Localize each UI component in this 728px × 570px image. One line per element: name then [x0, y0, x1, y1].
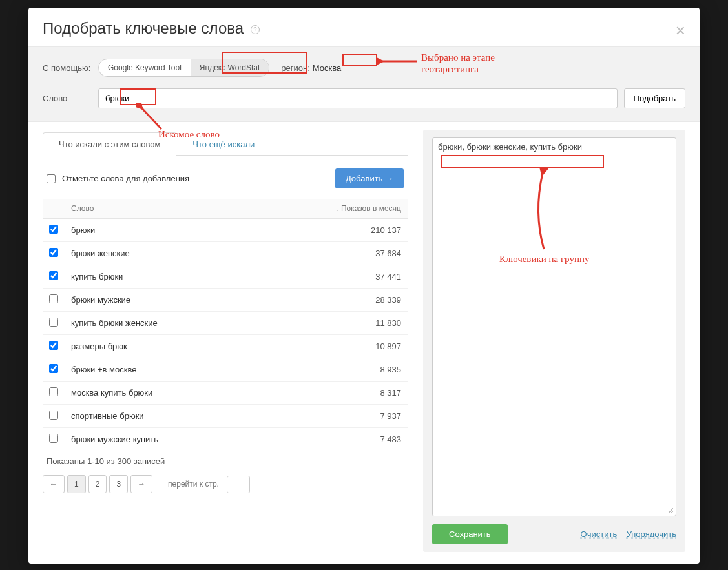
- keyword-modal: Подобрать ключевые слова ? × С помощью: …: [28, 8, 700, 564]
- save-button[interactable]: Сохранить: [432, 524, 508, 544]
- pager-page-2[interactable]: 2: [88, 475, 107, 493]
- table-row: купить брюки женские11 830: [43, 312, 408, 335]
- pager-page-3[interactable]: 3: [109, 475, 128, 493]
- row-word: размеры брюк: [65, 335, 256, 358]
- row-checkbox[interactable]: [49, 271, 58, 280]
- select-hint: Отметьте слова для добавления: [62, 174, 189, 183]
- region-value: Москва: [313, 63, 341, 73]
- row-checkbox[interactable]: [49, 318, 58, 327]
- pager-row: ← 1 2 3 → перейти к стр.: [43, 466, 408, 493]
- resize-handle-icon[interactable]: [667, 507, 673, 513]
- row-checkbox[interactable]: [49, 387, 58, 396]
- top-section: С помощью: Google Keyword Tool Яндекс Wo…: [28, 46, 700, 122]
- select-all-checkbox[interactable]: [47, 174, 56, 183]
- row-word: брюки +в москве: [65, 358, 256, 382]
- col-impressions[interactable]: ↓ Показов в месяц: [256, 199, 408, 219]
- table-row: купить брюки37 441: [43, 265, 408, 289]
- row-word: купить брюки женские: [65, 312, 256, 335]
- row-impressions: 8 935: [256, 358, 408, 382]
- keywords-text: брюки, брюки женские, купить брюки: [438, 142, 582, 152]
- table-row: москва купить брюки8 317: [43, 382, 408, 405]
- row-word: брюки: [65, 219, 256, 242]
- add-row: Отметьте слова для добавления Добавить →: [43, 156, 408, 199]
- tool-yandex[interactable]: Яндекс WordStat: [191, 59, 269, 76]
- word-input[interactable]: [98, 88, 618, 108]
- with-label: С помощью:: [43, 63, 98, 73]
- goto-label: перейти к стр.: [168, 480, 219, 489]
- row-checkbox[interactable]: [49, 434, 58, 443]
- row-impressions: 37 684: [256, 242, 408, 265]
- row-impressions: 28 339: [256, 289, 408, 312]
- help-icon[interactable]: ?: [251, 25, 260, 34]
- region-label: регион:: [281, 63, 309, 73]
- table-row: размеры брюк10 897: [43, 335, 408, 358]
- row-impressions: 7 937: [256, 405, 408, 428]
- row-checkbox[interactable]: [49, 294, 58, 303]
- row-impressions: 11 830: [256, 312, 408, 335]
- pager-page-1[interactable]: 1: [67, 475, 86, 493]
- tool-toggle: Google Keyword Tool Яндекс WordStat: [98, 59, 269, 77]
- pick-button[interactable]: Подобрать: [624, 88, 685, 108]
- right-column: брюки, брюки женские, купить брюки Сохра…: [423, 130, 685, 552]
- row-word: брюки мужские: [65, 289, 256, 312]
- tabs: Что искали с этим словом Что ещё искали: [43, 132, 408, 156]
- records-summary: Показаны 1-10 из 300 записей: [43, 451, 408, 466]
- row-checkbox[interactable]: [49, 248, 58, 257]
- pager: ← 1 2 3 →: [43, 475, 152, 493]
- order-link[interactable]: Упорядочить: [627, 529, 676, 539]
- word-label: Слово: [43, 94, 98, 103]
- row-impressions: 210 137: [256, 219, 408, 242]
- col-word[interactable]: Слово: [65, 199, 256, 219]
- results-table: Слово ↓ Показов в месяц брюки210 137брюк…: [43, 199, 408, 451]
- row-impressions: 37 441: [256, 265, 408, 289]
- row-word: москва купить брюки: [65, 382, 256, 405]
- table-row: брюки +в москве8 935: [43, 358, 408, 382]
- goto-input[interactable]: [227, 476, 250, 493]
- word-row: Слово Подобрать: [43, 88, 685, 108]
- add-row-left: Отметьте слова для добавления: [47, 174, 189, 183]
- row-checkbox[interactable]: [49, 411, 58, 420]
- keywords-area[interactable]: брюки, брюки женские, купить брюки: [432, 137, 676, 516]
- row-impressions: 10 897: [256, 335, 408, 358]
- row-checkbox[interactable]: [49, 225, 58, 234]
- right-actions: Сохранить Очистить Упорядочить: [432, 524, 676, 544]
- modal-header: Подобрать ключевые слова ?: [28, 8, 700, 46]
- pager-next[interactable]: →: [130, 475, 152, 493]
- close-icon[interactable]: ×: [676, 22, 685, 39]
- row-word: брюки мужские купить: [65, 428, 256, 451]
- row-impressions: 8 317: [256, 382, 408, 405]
- tab-also-searched[interactable]: Что ещё искали: [176, 132, 271, 156]
- tab-with-word[interactable]: Что искали с этим словом: [43, 132, 176, 156]
- table-row: брюки мужские купить7 483: [43, 428, 408, 451]
- tool-row: С помощью: Google Keyword Tool Яндекс Wo…: [43, 59, 685, 77]
- table-row: брюки мужские28 339: [43, 289, 408, 312]
- table-row: спортивные брюки7 937: [43, 405, 408, 428]
- row-checkbox[interactable]: [49, 341, 58, 350]
- row-word: спортивные брюки: [65, 405, 256, 428]
- add-button[interactable]: Добавить →: [335, 168, 404, 188]
- modal-title-text: Подобрать ключевые слова: [43, 19, 244, 37]
- left-column: Что искали с этим словом Что ещё искали …: [43, 130, 408, 552]
- modal-title: Подобрать ключевые слова ?: [43, 19, 260, 37]
- row-checkbox[interactable]: [49, 364, 58, 373]
- table-row: брюки женские37 684: [43, 242, 408, 265]
- row-impressions: 7 483: [256, 428, 408, 451]
- clear-link[interactable]: Очистить: [581, 529, 618, 539]
- body-section: Что искали с этим словом Что ещё искали …: [28, 122, 700, 564]
- pager-prev[interactable]: ←: [43, 475, 65, 493]
- table-row: брюки210 137: [43, 219, 408, 242]
- row-word: купить брюки: [65, 265, 256, 289]
- tool-google[interactable]: Google Keyword Tool: [99, 59, 191, 76]
- row-word: брюки женские: [65, 242, 256, 265]
